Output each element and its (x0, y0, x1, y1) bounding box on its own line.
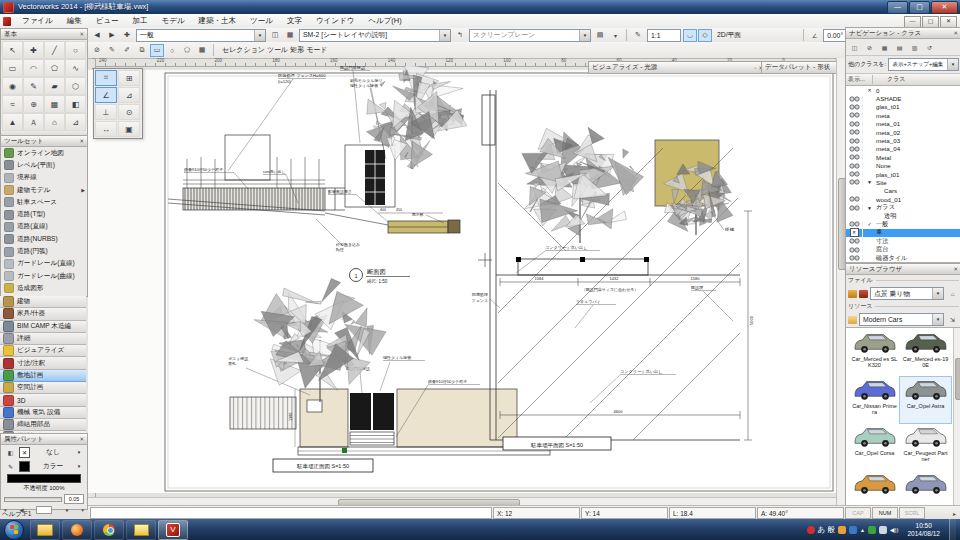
tool-group-button[interactable]: 家具/什器 (0, 308, 86, 320)
rounded-rect-tool-icon[interactable]: ▰ (44, 77, 65, 95)
class-refresh-icon[interactable]: ↺ (923, 41, 936, 53)
show-desktop-button[interactable] (949, 519, 956, 540)
toolset-item[interactable]: オンライン地図 (1, 147, 87, 159)
class-stack-icon[interactable]: ▤ (893, 41, 906, 53)
minimize-button[interactable]: — (887, 1, 908, 14)
class-row[interactable]: ✕ plas_t01 (846, 170, 960, 178)
snap-object-icon[interactable]: ⊞ (118, 70, 140, 86)
taskbar-media-button[interactable] (62, 520, 92, 540)
volume-tray-icon[interactable]: ◀)) (890, 526, 899, 533)
snap-distance-icon[interactable]: ⊥ (95, 104, 117, 120)
class-row[interactable]: ✕ ✕ 0 (846, 86, 960, 94)
toolset-item[interactable]: 造成図形 (1, 282, 87, 294)
symbol-thumbnail[interactable]: Car_Merced es SLK320 (849, 330, 900, 376)
import-icon[interactable]: ⇲ (946, 314, 959, 326)
menu-item[interactable]: ツール (243, 14, 280, 28)
pen-style-combo[interactable]: カラー (32, 461, 84, 472)
security-tray-icon[interactable] (868, 526, 876, 534)
hatch-tool-icon[interactable]: ▦ (44, 95, 65, 113)
snap-intersection-icon[interactable]: ⊿ (118, 87, 140, 103)
class-row[interactable]: ✕ None (846, 162, 960, 170)
class-row[interactable]: ✕ 車 (846, 229, 960, 237)
line-preview[interactable] (36, 506, 52, 514)
dual-pen-icon[interactable]: ✐ (120, 44, 134, 57)
fill-style-combo[interactable]: なし (32, 447, 84, 458)
tray-app-icon[interactable] (838, 526, 846, 534)
ime-language-label[interactable]: あ 般 (818, 525, 835, 535)
home-icon[interactable]: ⌂ (946, 288, 959, 300)
toolset-item[interactable]: 駐車スペース (1, 196, 87, 208)
saved-view-icon[interactable]: ◫ (268, 29, 282, 42)
disable-fill-icon[interactable]: ⊘ (90, 44, 104, 57)
pen-color-swatch[interactable] (19, 461, 30, 472)
fill-bucket-icon[interactable]: ◧ (4, 446, 17, 458)
file-options-arrow-icon[interactable]: ▾ (609, 29, 622, 41)
forward-icon[interactable]: ▶ (105, 29, 119, 42)
scale-field[interactable]: 1:1 (647, 29, 681, 42)
tool-group-button[interactable]: 敷地計画 (0, 370, 86, 382)
toolset-item[interactable]: レベル(平面) (1, 159, 87, 171)
class-row[interactable]: ✕ ▼ Site (846, 178, 960, 186)
polygon-marquee-icon[interactable]: ⬠ (180, 44, 194, 57)
tool-group-button[interactable]: 3D (0, 394, 86, 406)
toolset-item[interactable]: 道路(直線) (1, 221, 87, 233)
toolset-item[interactable]: ガードレール(曲線) (1, 270, 87, 282)
circle-tool-icon[interactable]: ○ (65, 41, 86, 59)
toolset-item[interactable]: 道路(円弧) (1, 245, 87, 257)
lineweight-value[interactable]: 0.05 (64, 494, 84, 504)
tray-app-icon[interactable] (849, 526, 857, 534)
sheet-layer-combo[interactable]: SM-2 [シートレイヤの説明] (299, 29, 451, 42)
taskbar-clock[interactable]: 10:50 2014/08/12 (901, 522, 946, 538)
class-detail-icon[interactable]: ▥ (908, 41, 921, 53)
resource-set-combo[interactable]: Modern Cars (859, 313, 944, 326)
toolset-item[interactable]: 道路(NURBS) (1, 233, 87, 245)
toolset-item[interactable]: 建物モデル ▶ (1, 184, 87, 196)
back-icon[interactable]: ◀ (90, 29, 104, 42)
symbol-thumbnail[interactable]: Car_Opel Corsa (849, 424, 900, 470)
menu-item[interactable]: 編集 (60, 14, 89, 28)
class-row[interactable]: ✕ wood_01 (846, 195, 960, 203)
taskbar-chrome-button[interactable] (94, 520, 124, 540)
layer-combo[interactable]: 一般 (136, 29, 266, 42)
menu-item[interactable]: 加工 (126, 14, 155, 28)
plane-mode-icon[interactable]: ◇ (698, 29, 712, 42)
lineweight-slider[interactable] (4, 497, 62, 502)
menu-item[interactable]: 文字 (280, 14, 309, 28)
panel-close-icon[interactable]: ✕ (953, 30, 958, 36)
class-row[interactable]: ✕ Metal (846, 153, 960, 161)
toolset-item[interactable]: 道路(T型) (1, 208, 87, 220)
freehand-tool-icon[interactable]: ∿ (65, 59, 86, 77)
interactive-scale-icon[interactable]: ✎ (105, 44, 119, 57)
rect-marquee-icon[interactable]: ▭ (150, 44, 164, 57)
tool-group-button[interactable]: 建物 (0, 296, 86, 308)
arc-tool-icon[interactable]: ◠ (23, 59, 44, 77)
wall-tool-icon[interactable]: ⌂ (44, 113, 65, 131)
tool-group-button[interactable]: 締結用部品 (0, 419, 86, 431)
snap-angle-icon[interactable]: ∠ (95, 87, 117, 103)
palette-close-icon[interactable]: ✕ (79, 31, 84, 37)
class-row[interactable]: ✕ glas_t01 (846, 103, 960, 111)
network-tray-icon[interactable] (879, 526, 887, 534)
menu-item[interactable]: 建築・土木 (192, 14, 244, 28)
pen-icon[interactable]: ✎ (4, 460, 17, 472)
menu-item[interactable]: ヘルプ(H) (361, 14, 408, 28)
tool-group-button[interactable]: ビジュアライズ (0, 345, 86, 357)
class-visibility-icon[interactable]: ◫ (848, 41, 861, 53)
snap-grid-icon[interactable]: ⌗ (95, 70, 117, 86)
tool-group-button[interactable]: BIM CAMP 木造編 (0, 321, 86, 333)
class-row[interactable]: ✕ ✓ 一般 (846, 220, 960, 228)
fill-none-swatch[interactable]: ✕ (19, 447, 30, 458)
class-row[interactable]: ✕ ASHADE (846, 94, 960, 102)
class-row[interactable]: ✕ 磁器タイル (846, 254, 960, 262)
spline-tool-icon[interactable]: ≈ (2, 95, 23, 113)
class-row[interactable]: ✕ meta_03 (846, 136, 960, 144)
visualize-palette-header[interactable]: ビジュアライズ - 光源 ◦✕ (588, 61, 767, 74)
other-classes-combo[interactable]: 表示+スナップ+編集 (888, 58, 959, 71)
ime-mode-icon[interactable] (807, 526, 815, 534)
file-options-icon[interactable]: ▤ (593, 29, 607, 42)
taskbar-mail-button[interactable] (126, 520, 156, 540)
menu-item[interactable]: ウインドウ (309, 14, 361, 28)
class-row[interactable]: ✕ meta_01 (846, 120, 960, 128)
snap-smart-point-icon[interactable]: ⊙ (118, 104, 140, 120)
start-button[interactable] (4, 520, 24, 540)
